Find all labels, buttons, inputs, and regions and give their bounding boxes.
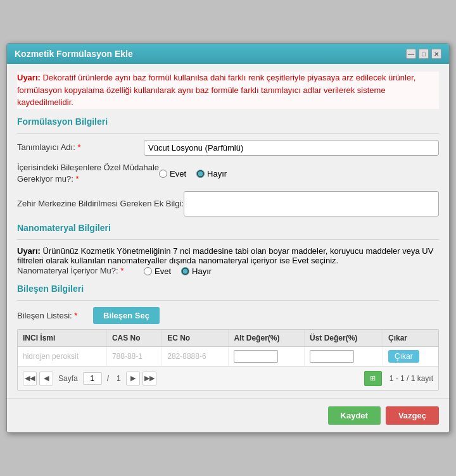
minimize-button[interactable]: — <box>406 49 416 59</box>
kaydet-button[interactable]: Kaydet <box>328 406 381 425</box>
bilesen-header: Bileşen Listesi: * Bileşen Seç <box>17 307 439 324</box>
prev-page-button[interactable]: ◀ <box>39 372 53 385</box>
nanomateryal-warning-text: Ürününüz Kozmetik Yönetmeliğinin 7 nci m… <box>17 246 433 265</box>
bilesen-divider <box>17 300 439 301</box>
bilesen-section: Bileşen Listesi: * Bileşen Seç INCI İsmi… <box>17 307 439 391</box>
nanomateryal-iceriyor-row: Nanomateryal İçeriyor Mu?: * Evet Hayır <box>17 265 439 277</box>
formulasyon-section-title: Formülasyon Bilgileri <box>17 116 439 127</box>
top-warning: Uyarı: Dekoratif ürünlerde aynı baz form… <box>17 72 439 109</box>
ec-no-value: 282-8888-6 <box>167 352 206 361</box>
page-number-input[interactable] <box>83 372 102 385</box>
tanimlayici-label: Tanımlayıcı Adı: * <box>17 142 144 153</box>
bilesen-liste-label: Bileşen Listesi: * <box>17 311 93 320</box>
last-page-button[interactable]: ▶▶ <box>142 372 156 385</box>
tanimlayici-input[interactable] <box>144 140 439 156</box>
alt-deger-input[interactable] <box>234 350 278 363</box>
icerisindeki-required: * <box>75 174 79 184</box>
col-cikar: Çıkar <box>383 330 438 347</box>
warning-text: Dekoratif ürünlerde aynı baz formül kull… <box>17 73 415 107</box>
icerisindeki-evet-label[interactable]: Evet <box>159 169 186 178</box>
page-label: Sayfa <box>58 374 78 383</box>
cell-ec-no: 282-8888-6 <box>162 346 229 366</box>
window-body: Uyarı: Dekoratif ürünlerde aynı baz form… <box>7 64 449 398</box>
nanomateryal-iceriyor-label: Nanomateryal İçeriyor Mu?: * <box>17 265 144 277</box>
nanomateryal-warning: Uyarı: Ürününüz Kozmetik Yönetmeliğinin … <box>17 246 439 265</box>
nanomateryal-hayir-label[interactable]: Hayır <box>181 266 212 276</box>
title-bar: Kozmetik Formülasyon Ekle — □ ✕ <box>7 44 449 64</box>
cell-alt-deger <box>229 346 305 366</box>
next-page-button[interactable]: ▶ <box>126 372 140 385</box>
window-title: Kozmetik Formülasyon Ekle <box>15 49 133 59</box>
nanomateryal-divider <box>17 239 439 240</box>
vazgec-button[interactable]: Vazgeç <box>386 406 439 425</box>
table-body: hidrojen peroksit 788-88-1 282-8888-6 Çı… <box>18 346 438 366</box>
col-alt-deger: Alt Değer(%) <box>229 330 305 347</box>
pagination: ◀◀ ◀ Sayfa / 1 ▶ ▶▶ ⊞ 1 - 1 / 1 kayıt <box>18 366 438 390</box>
nanomateryal-radio-group: Evet Hayır <box>144 266 212 276</box>
maximize-button[interactable]: □ <box>419 49 429 59</box>
excel-export-button[interactable]: ⊞ <box>364 371 382 386</box>
col-ec-no: EC No <box>162 330 229 347</box>
col-cas-no: CAS No <box>106 330 162 347</box>
nanomateryal-required: * <box>120 266 124 275</box>
cell-inci-ismi: hidrojen peroksit <box>18 346 106 366</box>
cas-no-value: 788-88-1 <box>112 352 142 361</box>
icerisindeki-hayir-label[interactable]: Hayır <box>196 169 227 178</box>
bilesen-required: * <box>74 311 77 320</box>
first-page-button[interactable]: ◀◀ <box>23 372 37 385</box>
zehir-textarea[interactable] <box>184 191 439 216</box>
table-row: hidrojen peroksit 788-88-1 282-8888-6 Çı… <box>18 346 438 366</box>
warning-bold: Uyarı: <box>17 73 41 82</box>
zehir-label: Zehir Merkezine Bildirilmesi Gereken Ek … <box>17 198 184 210</box>
cell-ust-deger <box>304 346 383 366</box>
cell-cas-no: 788-88-1 <box>106 346 162 366</box>
zehir-row: Zehir Merkezine Bildirilmesi Gereken Ek … <box>17 191 439 216</box>
bilesen-table-container: INCI İsmi CAS No EC No Alt Değer(%) Üst … <box>17 329 439 391</box>
formulasyon-divider <box>17 133 439 134</box>
nanomateryal-hayir-radio[interactable] <box>181 267 189 275</box>
ust-deger-input[interactable] <box>310 350 354 363</box>
nanomateryal-evet-radio[interactable] <box>144 267 152 275</box>
inci-ismi-value: hidrojen peroksit <box>23 352 79 361</box>
page-separator: / <box>107 374 109 383</box>
record-count: 1 - 1 / 1 kayıt <box>390 374 433 383</box>
icerisindeki-hayir-radio[interactable] <box>196 170 205 178</box>
close-button[interactable]: ✕ <box>431 49 441 59</box>
icerisindeki-evet-radio[interactable] <box>159 170 167 178</box>
footer: Kaydet Vazgeç <box>7 398 449 432</box>
icerisindeki-label: İçerisindeki Bileşenlere Özel MüdahaleGe… <box>17 162 159 185</box>
col-ust-deger: Üst Değer(%) <box>304 330 383 347</box>
nanomateryal-evet-label[interactable]: Evet <box>144 266 171 276</box>
bilesen-table: INCI İsmi CAS No EC No Alt Değer(%) Üst … <box>18 330 438 366</box>
tanimlayici-row: Tanımlayıcı Adı: * <box>17 140 439 156</box>
bilesen-section-title: Bileşen Bilgileri <box>17 284 439 294</box>
bilesen-sec-button[interactable]: Bileşen Seç <box>93 307 160 324</box>
table-header: INCI İsmi CAS No EC No Alt Değer(%) Üst … <box>18 330 438 347</box>
cell-cikar: Çıkar <box>383 346 438 366</box>
icerisindeki-radio-group: Evet Hayır <box>159 169 227 178</box>
nanomateryal-warning-bold: Uyarı: <box>17 246 41 256</box>
icerisindeki-row: İçerisindeki Bileşenlere Özel MüdahaleGe… <box>17 162 439 185</box>
main-window: Kozmetik Formülasyon Ekle — □ ✕ Uyarı: D… <box>6 43 450 432</box>
window-controls: — □ ✕ <box>406 49 441 59</box>
tanimlayici-required: * <box>77 142 80 152</box>
nanomateryal-section-title: Nanomateryal Bilgileri <box>17 223 439 233</box>
col-inci-ismi: INCI İsmi <box>18 330 106 347</box>
cikar-button[interactable]: Çıkar <box>388 350 419 363</box>
page-total: 1 <box>117 374 121 383</box>
